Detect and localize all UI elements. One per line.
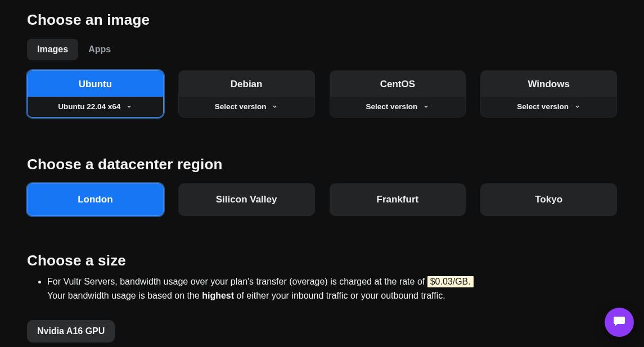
bandwidth-note: For Vultr Servers, bandwidth usage over … [47,275,617,303]
os-version-label: Select version [517,102,569,111]
tab-apps[interactable]: Apps [78,39,121,60]
region-card-frankfurt[interactable]: Frankfurt [330,183,466,216]
chat-icon [613,314,626,330]
os-card-windows[interactable]: Windows Select version [480,70,617,118]
chevron-down-icon [272,103,278,110]
tab-images[interactable]: Images [27,39,78,60]
os-name: Ubuntu [28,71,163,97]
region-card-tokyo[interactable]: Tokyo [480,183,617,216]
chat-launcher-button[interactable] [605,308,634,337]
os-name: Debian [179,71,314,97]
os-card-debian[interactable]: Debian Select version [178,70,315,118]
region-grid: London Silicon Valley Frankfurt Tokyo [27,183,617,216]
region-card-silicon-valley[interactable]: Silicon Valley [178,183,315,216]
os-name: Windows [481,71,616,97]
size-notes: For Vultr Servers, bandwidth usage over … [27,275,617,303]
chevron-down-icon [574,103,580,110]
choose-size-title: Choose a size [27,252,617,269]
note-text-2b: of either your inbound traffic or your o… [234,291,445,300]
choose-image-section: Choose an image Images Apps Ubuntu Ubunt… [27,0,617,118]
note-text-1: For Vultr Servers, bandwidth usage over … [47,277,427,286]
choose-image-title: Choose an image [27,11,617,29]
note-text-2a: Your bandwidth usage is based on the [47,291,202,300]
os-version-label: Select version [366,102,418,111]
note-highest: highest [202,291,234,300]
choose-region-section: Choose a datacenter region London Silico… [27,140,617,216]
os-version-dropdown[interactable]: Select version [179,97,314,117]
chevron-down-icon [126,103,132,110]
os-version-dropdown[interactable]: Ubuntu 22.04 x64 [28,97,163,117]
os-grid: Ubuntu Ubuntu 22.04 x64 Debian Select ve… [27,70,617,118]
overage-price: $0.03/GB. [427,276,474,287]
choose-size-section: Choose a size For Vultr Servers, bandwid… [27,238,617,343]
os-version-dropdown[interactable]: Select version [330,97,466,117]
os-version-label: Ubuntu 22.04 x64 [58,102,120,111]
os-version-dropdown[interactable]: Select version [481,97,616,117]
os-card-ubuntu[interactable]: Ubuntu Ubuntu 22.04 x64 [27,70,164,118]
os-name: CentOS [330,71,466,97]
chevron-down-icon [423,103,429,110]
os-version-label: Select version [215,102,267,111]
image-tabs: Images Apps [27,39,617,60]
region-card-london[interactable]: London [27,183,164,216]
gpu-type-button[interactable]: Nvidia A16 GPU [27,320,115,343]
os-card-centos[interactable]: CentOS Select version [330,70,466,118]
choose-region-title: Choose a datacenter region [27,156,617,173]
